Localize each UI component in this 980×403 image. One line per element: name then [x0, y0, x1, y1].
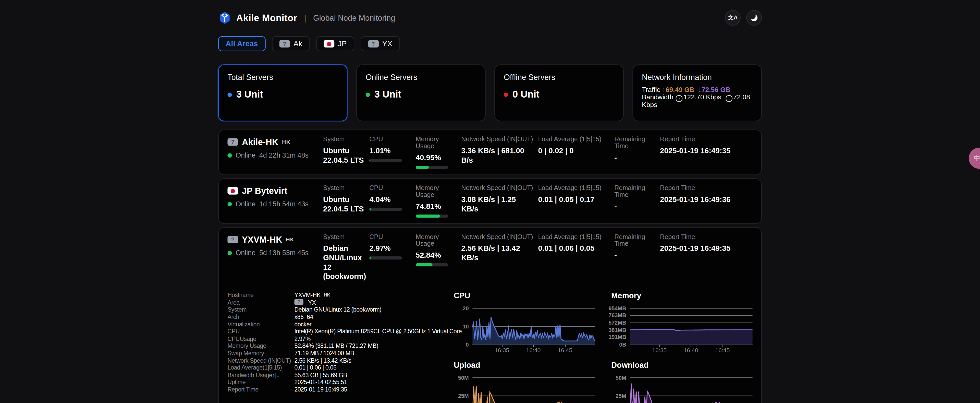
total-servers-card[interactable]: Total Servers 3 Unit — [218, 64, 348, 121]
chart-title: Upload — [454, 361, 595, 370]
memory-progress-bar — [416, 166, 448, 169]
moon-icon — [751, 14, 757, 21]
top-bar: Akile Monitor | Global Node Monitoring 文… — [218, 0, 762, 25]
translate-icon: 中A — [974, 154, 980, 162]
tab-ak[interactable]: ? Ak — [272, 36, 310, 51]
chart-plot — [473, 374, 595, 403]
server-summary[interactable]: JP Bytevirt Online 1d 15h 54m 43s System… — [228, 185, 752, 218]
card-title: Total Servers — [228, 73, 338, 82]
tab-label: All Areas — [226, 39, 258, 48]
chart-plot — [630, 305, 752, 345]
detail-field: Area?YX — [228, 299, 445, 306]
server-status: Online 5d 13h 53m 45s — [228, 249, 323, 256]
remaining-time-value: - — [614, 251, 655, 260]
app-title: Akile Monitor — [236, 13, 298, 23]
language-toggle-button[interactable]: 文A — [725, 10, 741, 25]
chart-plot — [473, 305, 595, 345]
card-value: 3 Unit — [366, 89, 476, 100]
detail-field: Report Time2025-01-19 16:49:35 — [228, 385, 445, 393]
col-header-memory: Memory Usage — [416, 135, 456, 150]
traffic-label: Traffic — [642, 86, 660, 93]
online-dot-icon — [228, 153, 232, 157]
flag-placeholder-icon: ? — [228, 138, 238, 146]
blue-dot-icon — [228, 92, 232, 97]
detail-field: Virtualizationdocker — [228, 320, 445, 328]
col-header-load: Load Average (1|5|15) — [538, 233, 609, 240]
app-subtitle: Global Node Monitoring — [313, 14, 395, 22]
theme-toggle-button[interactable] — [746, 10, 762, 25]
card-value: 0 Unit — [504, 89, 614, 100]
remaining-time-value: - — [614, 153, 655, 162]
detail-field: Uptime2025-01-14 02:55:51 — [228, 379, 445, 385]
flag-placeholder-icon: ? — [279, 40, 290, 48]
offline-servers-card[interactable]: Offline Servers 0 Unit — [494, 64, 624, 121]
floating-translate-button[interactable]: 中A — [969, 148, 980, 169]
server-detail-fields: HostnameYXVM-HKHKArea?YXSystemDebian GNU… — [228, 291, 445, 403]
cpu-value: 1.01% — [369, 147, 410, 156]
x-axis-labels: 16:3516:4016:45 — [473, 344, 595, 353]
status-text: Online — [235, 200, 256, 208]
memory-value: 40.95% — [416, 153, 456, 162]
detail-field: Bandwidth Usage↑|↓55.63 GB | 55.69 GB — [228, 371, 445, 379]
detail-field: Swap Memory71.19 MB / 1024.00 MB — [228, 349, 445, 357]
traffic-line: Traffic ↑69.49 GB ↓72.56 GB — [642, 86, 752, 94]
cpu-value: 4.04% — [369, 195, 410, 205]
memory-chart: Memory 0B191MB381MB572MB763MB954MB 16:35… — [611, 291, 752, 353]
server-identity: JP Bytevirt Online 1d 15h 54m 43s — [228, 185, 323, 218]
detail-field: CPUIntel(R) Xeon(R) Platinum 8259CL CPU … — [228, 328, 445, 335]
detail-field: Archx86_64 — [228, 313, 445, 320]
memory-value: 52.84% — [416, 251, 456, 260]
col-header-load: Load Average (1|5|15) — [538, 135, 609, 142]
tab-label: Ak — [293, 39, 302, 48]
detail-field: Load Average(1|5|15)0.01 | 0.06 | 0.05 — [228, 364, 445, 371]
translate-icon: 文A — [728, 15, 738, 21]
col-header-system: System — [323, 135, 364, 142]
load-average-value: 0.01 | 0.05 | 0.17 — [538, 195, 609, 205]
tab-label: YX — [382, 39, 392, 48]
cpu-progress-bar — [369, 208, 402, 211]
status-text: Online — [235, 249, 256, 256]
detail-field: HostnameYXVM-HKHK — [228, 291, 445, 299]
tab-all-areas[interactable]: All Areas — [218, 36, 266, 51]
server-name: JP Bytevirt — [242, 186, 288, 196]
online-servers-card[interactable]: Online Servers 3 Unit — [356, 64, 486, 121]
detail-field: CPUUsage2.97% — [228, 335, 445, 342]
server-detail-charts: CPU 01020 16:3516:4016:45 Memory 0B191MB… — [454, 291, 752, 403]
chart-title: Download — [611, 361, 752, 370]
network-stats: Traffic ↑69.49 GB ↓72.56 GB Bandwidth ↑1… — [642, 86, 752, 109]
traffic-download-value: ↓72.56 GB — [698, 86, 730, 93]
col-header-remaining: Remaining Time — [614, 135, 655, 150]
tab-yx[interactable]: ? YX — [360, 36, 400, 51]
uptime-text: 5d 13h 53m 45s — [259, 249, 309, 256]
detail-field: SystemDebian GNU/Linux 12 (bookworm) — [228, 306, 445, 313]
status-text: Online — [235, 151, 256, 159]
area-filter-tabs: All Areas ? Ak JP ? YX — [218, 36, 762, 51]
col-header-cpu: CPU — [369, 135, 410, 142]
offline-count: 0 Unit — [512, 89, 539, 100]
server-name: Akile-HK — [242, 137, 278, 147]
up-circle-icon: ↑ — [676, 95, 682, 102]
download-chart: Download 025M50M 16:3516:4016:45 — [611, 361, 752, 403]
server-summary[interactable]: ? YXVM-HK HK Online 5d 13h 53m 45s Syste… — [228, 233, 752, 282]
cpu-progress-bar — [369, 256, 402, 260]
server-summary[interactable]: ? Akile-HK HK Online 4d 22h 31m 48s Syst… — [228, 135, 752, 169]
col-header-memory: Memory Usage — [416, 185, 456, 198]
japan-flag-icon — [228, 187, 238, 194]
card-title: Network Information — [642, 73, 752, 82]
server-name: YXVM-HK — [242, 234, 282, 244]
y-axis-labels: 025M50M — [454, 374, 473, 403]
memory-progress-bar — [416, 263, 448, 266]
col-header-load: Load Average (1|5|15) — [538, 185, 609, 191]
tab-jp[interactable]: JP — [316, 36, 354, 51]
network-speed-value: 3.08 KB/s | 1.25 KB/s — [461, 195, 533, 214]
col-header-cpu: CPU — [369, 233, 410, 240]
chart-title: Memory — [611, 291, 752, 300]
bandwidth-label: Bandwidth — [642, 93, 673, 100]
card-title: Online Servers — [366, 73, 476, 82]
y-axis-labels: 0B191MB381MB572MB763MB954MB — [611, 305, 630, 345]
region-badge: HK — [286, 236, 294, 243]
card-title: Offline Servers — [504, 73, 614, 82]
online-dot-icon — [228, 250, 232, 255]
detail-field: Memory Usage52.84% (381.11 MB / 721.27 M… — [228, 342, 445, 349]
tab-label: JP — [338, 39, 347, 48]
